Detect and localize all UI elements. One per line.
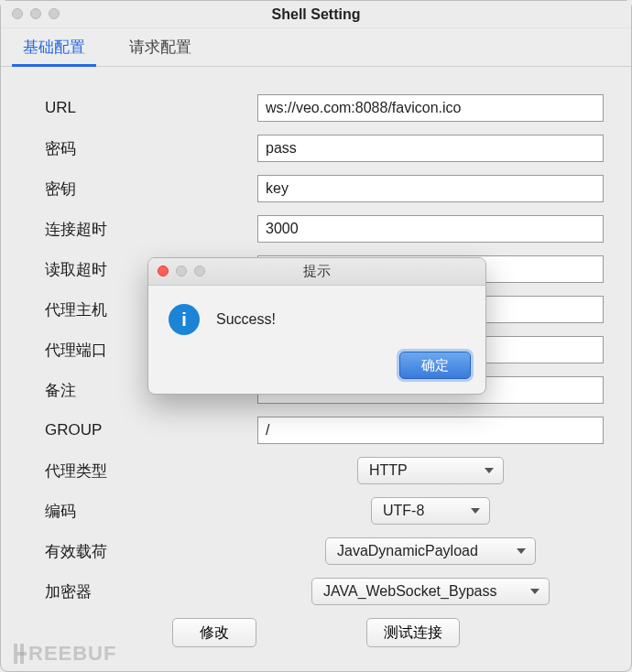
group-input[interactable] [257, 417, 604, 444]
proxy-type-value: HTTP [369, 462, 408, 479]
minimize-icon[interactable] [30, 8, 41, 19]
dialog-window-controls [158, 266, 205, 276]
chevron-down-icon [485, 468, 494, 473]
dialog-footer: 确定 [148, 342, 485, 394]
dialog-message: Success! [216, 311, 276, 328]
encoding-label: 编码 [28, 501, 257, 522]
close-icon[interactable] [158, 266, 169, 276]
encryptor-value: JAVA_WebSocket_Bypass [323, 583, 496, 600]
payload-select[interactable]: JavaDynamicPayload [325, 537, 536, 565]
row-group: GROUP [28, 417, 604, 444]
row-encryptor: 加密器 JAVA_WebSocket_Bypass [28, 578, 604, 605]
dialog-body: i Success! [148, 286, 485, 342]
conn-timeout-input[interactable] [257, 215, 604, 243]
minimize-icon[interactable] [176, 266, 187, 276]
chevron-down-icon [517, 548, 526, 554]
row-encoding: 编码 UTF-8 [28, 497, 604, 525]
conn-timeout-label: 连接超时 [28, 219, 257, 240]
zoom-icon[interactable] [49, 8, 60, 19]
window-title: Shell Setting [1, 6, 631, 23]
main-titlebar: Shell Setting [1, 1, 631, 28]
proxy-type-select[interactable]: HTTP [357, 457, 504, 484]
url-label: URL [28, 99, 257, 117]
url-input[interactable] [257, 94, 604, 122]
password-label: 密码 [28, 138, 257, 159]
row-proxy-type: 代理类型 HTTP [28, 457, 604, 484]
row-password: 密码 [28, 135, 604, 162]
payload-label: 有效载荷 [28, 541, 257, 562]
tabs: 基础配置 请求配置 [1, 28, 631, 67]
encoding-value: UTF-8 [383, 503, 424, 519]
proxy-type-label: 代理类型 [28, 461, 257, 482]
password-input[interactable] [257, 135, 604, 162]
payload-value: JavaDynamicPayload [337, 543, 478, 559]
info-icon: i [169, 304, 200, 335]
window-controls [12, 8, 60, 19]
test-connection-button[interactable]: 测试连接 [366, 618, 460, 647]
ok-button[interactable]: 确定 [399, 352, 471, 379]
encryptor-label: 加密器 [28, 581, 257, 602]
tab-request[interactable]: 请求配置 [107, 28, 213, 66]
shell-setting-window: Shell Setting 基础配置 请求配置 URL 密码 密钥 连接超时 读… [0, 0, 632, 672]
row-payload: 有效载荷 JavaDynamicPayload [28, 537, 604, 565]
watermark-text: REEBUF [28, 642, 116, 666]
key-input[interactable] [257, 175, 604, 202]
dialog-titlebar: 提示 [148, 258, 485, 286]
row-conn-timeout: 连接超时 [28, 215, 604, 243]
chevron-down-icon [471, 508, 480, 514]
key-label: 密钥 [28, 179, 257, 200]
zoom-icon[interactable] [194, 266, 205, 276]
modify-button[interactable]: 修改 [172, 618, 256, 647]
encryptor-select[interactable]: JAVA_WebSocket_Bypass [311, 578, 550, 605]
close-icon[interactable] [12, 8, 23, 19]
encoding-select[interactable]: UTF-8 [371, 497, 490, 525]
group-label: GROUP [28, 421, 257, 439]
row-key: 密钥 [28, 175, 604, 202]
tab-basic[interactable]: 基础配置 [1, 28, 107, 66]
watermark: REEBUF [14, 642, 116, 666]
row-url: URL [28, 94, 604, 122]
chevron-down-icon [530, 589, 539, 594]
alert-dialog: 提示 i Success! 确定 [147, 257, 486, 395]
